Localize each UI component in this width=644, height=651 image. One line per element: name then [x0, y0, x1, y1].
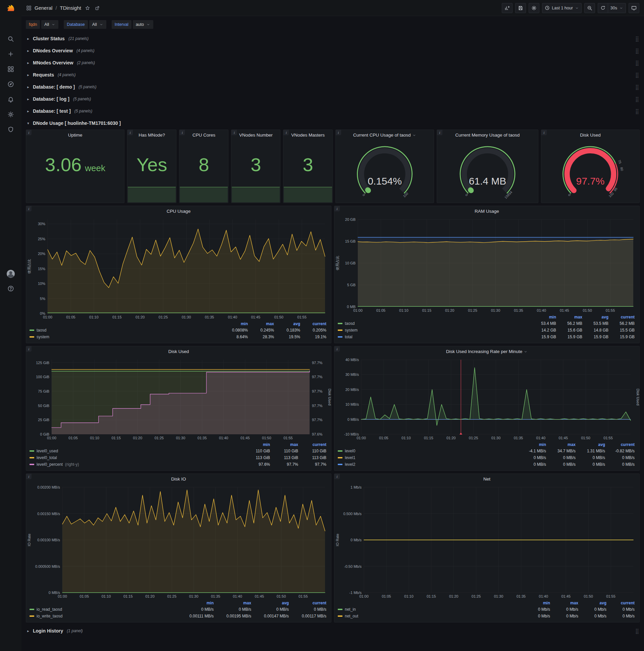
legend-series-toggle[interactable]: system: [30, 335, 222, 339]
chart-cpu-usage[interactable]: 01:0001:0501:1001:1501:2001:2501:3001:35…: [26, 216, 331, 320]
legend-col-min[interactable]: min: [222, 321, 248, 326]
chart-disk-used[interactable]: 01:0001:0501:1001:1501:2001:2501:3001:35…: [26, 356, 331, 441]
panel-title[interactable]: Disk Used Increasing Rate per Minute: [334, 346, 639, 356]
time-range-picker[interactable]: Last 1 hour: [542, 3, 582, 13]
panel-title[interactable]: Net: [334, 474, 639, 484]
star-dashboard-button[interactable]: [84, 5, 91, 11]
row-drag-handle-icon[interactable]: ⣿: [635, 85, 639, 90]
gauge-disk-used[interactable]: 075809510097.7%: [541, 140, 639, 203]
legend-col-max[interactable]: max: [248, 321, 274, 326]
cycle-view-mode-button[interactable]: [629, 3, 639, 13]
legend-col-avg[interactable]: avg: [576, 442, 605, 447]
panel-title[interactable]: CPU Cores: [180, 130, 228, 140]
row-dnode-usage[interactable]: ▾ DNode Usage [ huolinhe-TM1701:6030 ]: [26, 118, 640, 129]
filter-label-fqdn[interactable]: fqdn: [26, 20, 40, 29]
grafana-logo[interactable]: [0, 0, 22, 18]
legend-col-max[interactable]: max: [546, 442, 576, 447]
legend-col-current[interactable]: current: [300, 321, 326, 326]
dashboard-settings-button[interactable]: [528, 3, 539, 13]
sidebar-help[interactable]: [4, 283, 18, 294]
legend-col-max[interactable]: max: [556, 315, 582, 319]
sidebar-user-avatar[interactable]: [4, 268, 18, 280]
legend-series-toggle[interactable]: taosd: [338, 321, 530, 326]
legend-col-avg[interactable]: avg: [582, 315, 608, 319]
panel-title[interactable]: Disk Used: [26, 346, 331, 356]
legend-series-toggle[interactable]: level1: [338, 455, 517, 460]
save-dashboard-button[interactable]: [515, 3, 526, 13]
breadcrumb-folder[interactable]: General: [35, 5, 52, 11]
panel-title[interactable]: Disk IO: [26, 474, 331, 484]
sidebar-item-create[interactable]: [4, 48, 18, 60]
panel-title[interactable]: RAM Usage: [334, 206, 639, 216]
share-dashboard-button[interactable]: [94, 5, 101, 11]
refresh-interval-picker[interactable]: 30s: [608, 3, 626, 13]
legend-col-min[interactable]: min: [530, 315, 556, 319]
row-drag-handle-icon[interactable]: ⣿: [635, 36, 639, 41]
gauge-current-memory-usage-of-taosd[interactable]: 01585461.4 MB: [437, 140, 538, 203]
row-cluster-status[interactable]: ▸Cluster Status(21 panels)⣿: [26, 33, 640, 44]
row-drag-handle-icon[interactable]: ⣿: [635, 628, 639, 633]
row-drag-handle-icon[interactable]: ⣿: [635, 48, 639, 53]
legend-series-toggle[interactable]: level0_percent(right-y): [30, 462, 242, 467]
filter-value-interval[interactable]: auto: [133, 20, 153, 29]
panel-title[interactable]: Current CPU Usage of taosd: [336, 130, 434, 140]
sidebar-item-dashboards[interactable]: [4, 63, 18, 75]
sidebar-item-configuration[interactable]: [4, 108, 18, 121]
sidebar-item-explore[interactable]: [4, 78, 18, 90]
legend-col-current[interactable]: current: [289, 601, 326, 606]
legend-series-toggle[interactable]: level2: [338, 462, 517, 467]
filter-label-database[interactable]: Database: [64, 20, 88, 29]
row-database-log[interactable]: ▸Database: [ log ](5 panels)⣿: [26, 93, 640, 105]
chart-ram-usage[interactable]: 01:0001:0501:1001:1501:2001:2501:3001:35…: [334, 216, 639, 313]
filter-label-interval[interactable]: Interval: [112, 20, 131, 29]
filter-value-database[interactable]: All: [89, 20, 106, 29]
panel-title[interactable]: Disk Used: [541, 130, 639, 140]
legend-col-avg[interactable]: avg: [578, 601, 606, 606]
legend-col-min[interactable]: min: [242, 442, 270, 447]
legend-series-toggle[interactable]: total: [338, 335, 530, 339]
legend-series-toggle[interactable]: taosd: [30, 328, 222, 333]
row-requests[interactable]: ▸Requests(4 panels)⣿: [26, 69, 640, 81]
panel-title[interactable]: VNodes Number: [231, 130, 280, 140]
legend-col-current[interactable]: current: [608, 315, 635, 319]
legend-col-current[interactable]: current: [606, 601, 635, 606]
legend-col-min[interactable]: min: [522, 601, 550, 606]
legend-col-max[interactable]: max: [550, 601, 578, 606]
panel-title[interactable]: Has MNode?: [127, 130, 176, 140]
row-mnodes-overview[interactable]: ▸MNodes Overview(2 panels)⣿: [26, 57, 640, 68]
legend-col-current[interactable]: current: [298, 442, 326, 447]
row-database-test[interactable]: ▸Database: [ test ](5 panels)⣿: [26, 105, 640, 117]
refresh-button[interactable]: [598, 3, 608, 13]
row-drag-handle-icon[interactable]: ⣿: [635, 97, 639, 102]
sidebar-item-alerting[interactable]: [4, 93, 18, 105]
legend-series-toggle[interactable]: net_in: [338, 607, 522, 612]
row-drag-handle-icon[interactable]: ⣿: [635, 109, 639, 114]
legend-col-min[interactable]: min: [517, 442, 546, 447]
legend-series-toggle[interactable]: level0: [338, 448, 517, 453]
sidebar-item-server-admin[interactable]: [4, 123, 18, 135]
row-database-demo[interactable]: ▸Database: [ demo ](5 panels)⣿: [26, 81, 640, 93]
panel-title[interactable]: CPU Usage: [26, 206, 331, 216]
row-login-history[interactable]: ▸Login History(1 panel)⣿: [26, 625, 640, 637]
chart-disk-io[interactable]: 01:0001:0501:1001:1501:2001:2501:3001:35…: [26, 484, 331, 599]
legend-series-toggle[interactable]: level0_used: [30, 448, 242, 453]
legend-series-toggle[interactable]: io_read_taosd: [30, 607, 176, 612]
filter-value-fqdn[interactable]: All: [41, 20, 58, 29]
zoom-out-button[interactable]: [584, 3, 595, 13]
row-drag-handle-icon[interactable]: ⣿: [635, 60, 639, 65]
panel-title[interactable]: VNodes Masters: [283, 130, 332, 140]
legend-series-toggle[interactable]: net_out: [338, 614, 522, 618]
chart-net[interactable]: 01:0001:0501:1001:1501:2001:2501:3001:35…: [334, 484, 639, 599]
legend-col-avg[interactable]: avg: [251, 601, 289, 606]
row-dnodes-overview[interactable]: ▸DNodes Overview(4 panels)⣿: [26, 45, 640, 56]
legend-col-max[interactable]: max: [214, 601, 251, 606]
add-panel-button[interactable]: [502, 3, 513, 13]
panel-title[interactable]: Uptime: [26, 130, 124, 140]
breadcrumb-dashboard[interactable]: TDinsight: [60, 5, 81, 11]
legend-col-min[interactable]: min: [176, 601, 214, 606]
row-drag-handle-icon[interactable]: ⣿: [635, 72, 639, 78]
legend-col-max[interactable]: max: [270, 442, 298, 447]
legend-series-toggle[interactable]: level0_total: [30, 455, 242, 460]
legend-col-avg[interactable]: avg: [274, 321, 300, 326]
gauge-current-cpu-usage-of-taosd[interactable]: 01000.154%: [336, 140, 434, 203]
